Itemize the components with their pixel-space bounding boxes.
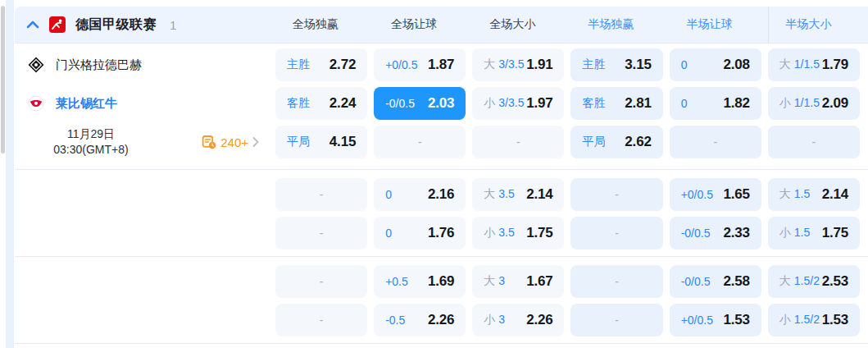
odds-value: 2.26 bbox=[428, 312, 454, 328]
odds-selection-label: 0 bbox=[385, 227, 392, 240]
match-time: 03:30(GMT+8) bbox=[15, 142, 167, 158]
league-panel: 德国甲级联赛 1 全场独赢 全场让球 全场大小 半场独赢 半场让球 半场大小 bbox=[15, 0, 868, 348]
odds-value: 1.87 bbox=[428, 57, 454, 73]
odds-cell-empty: - bbox=[275, 304, 367, 337]
odds-cell[interactable]: 大3.52.14 bbox=[472, 178, 564, 211]
odds-cell-selected[interactable]: -0/0.52.03 bbox=[374, 87, 466, 120]
odds-cell[interactable]: 主胜3.15 bbox=[570, 48, 662, 81]
empty-dash: - bbox=[615, 188, 619, 201]
odds-selection-label: 大1.5 bbox=[779, 187, 810, 202]
collapse-chevron-up-icon[interactable] bbox=[26, 21, 39, 29]
odds-cell[interactable]: 小3.51.75 bbox=[472, 217, 564, 250]
odds-cell[interactable]: +0/0.51.65 bbox=[670, 178, 761, 211]
odds-selection-label: 小3.5 bbox=[484, 226, 514, 240]
odds-cell[interactable]: 02.08 bbox=[670, 48, 761, 81]
divider bbox=[15, 343, 868, 344]
odds-selection-label: 平局 bbox=[582, 135, 605, 149]
odds-cell[interactable]: 客胜2.24 bbox=[275, 87, 367, 120]
odds-selection-label: 客胜 bbox=[287, 96, 310, 111]
odds-cell[interactable]: 小1.5/21.53 bbox=[768, 304, 860, 337]
column-header-ht-1x2: 半场独赢 bbox=[570, 7, 662, 43]
odds-value: 1.53 bbox=[822, 312, 848, 328]
empty-dash: - bbox=[418, 135, 422, 149]
odds-value: 2.24 bbox=[329, 95, 356, 112]
odds-value: 1.82 bbox=[724, 95, 750, 112]
odds-cell[interactable]: 客胜2.81 bbox=[570, 87, 662, 120]
odds-cell[interactable]: 大31.67 bbox=[472, 265, 564, 298]
empty-dash: - bbox=[615, 314, 619, 327]
odds-cell[interactable]: 01.82 bbox=[670, 87, 761, 120]
odds-line-prefix: 大 bbox=[484, 274, 495, 287]
odds-cell[interactable]: -0/0.52.33 bbox=[670, 217, 761, 250]
odds-value: 2.58 bbox=[724, 273, 750, 290]
moenchengladbach-badge-icon bbox=[28, 57, 44, 73]
odds-value: 1.91 bbox=[526, 57, 552, 73]
odds-cell[interactable]: 小32.26 bbox=[472, 304, 564, 337]
odds-cell[interactable]: 大1/1.51.79 bbox=[768, 48, 860, 81]
odds-cell[interactable]: 01.76 bbox=[374, 217, 466, 250]
more-markets-link[interactable]: 240+ bbox=[202, 135, 259, 149]
odds-cell[interactable]: 小1.51.75 bbox=[768, 217, 860, 250]
odds-line-prefix: 大 bbox=[484, 187, 495, 200]
empty-dash: - bbox=[516, 135, 520, 149]
league-name: 德国甲级联赛 bbox=[75, 16, 157, 34]
odds-line-prefix: 大 bbox=[484, 57, 495, 71]
odds-cell-empty: - bbox=[472, 126, 564, 158]
odds-value: 1.67 bbox=[526, 273, 552, 290]
odds-selection-label: 小1.5 bbox=[779, 226, 810, 240]
odds-cell[interactable]: 平局4.15 bbox=[275, 126, 367, 158]
empty-dash: - bbox=[615, 227, 619, 240]
empty-dash: - bbox=[812, 135, 816, 149]
odds-cell[interactable]: -0/0.52.58 bbox=[670, 265, 761, 298]
odds-value: 4.15 bbox=[329, 134, 356, 150]
leipzig-badge-icon bbox=[28, 95, 44, 112]
alt-lines-group-2: -+0.51.69大31.67--0/0.52.58大1.5/22.53 --0… bbox=[15, 257, 868, 343]
odds-cell[interactable]: 主胜2.72 bbox=[275, 48, 367, 81]
odds-cell[interactable]: +0/0.51.87 bbox=[374, 48, 466, 81]
markets-clock-icon bbox=[202, 135, 216, 149]
odds-cell[interactable]: 大3/3.51.91 bbox=[472, 48, 564, 81]
alt-lines-group-1: -02.16大3.52.14-+0/0.51.65大1.52.14 -01.76… bbox=[15, 170, 868, 256]
odds-selection-label: -0/0.5 bbox=[681, 275, 711, 288]
vertical-scrollbar-thumb[interactable] bbox=[1, 6, 5, 153]
empty-dash: - bbox=[615, 275, 619, 288]
odds-cell-empty: - bbox=[570, 304, 662, 337]
odds-cell[interactable]: 大1.5/22.53 bbox=[768, 265, 860, 298]
odds-cell-empty: - bbox=[275, 217, 367, 250]
odds-selection-label: +0.5 bbox=[385, 275, 408, 288]
empty-dash: - bbox=[713, 135, 717, 149]
odds-line-prefix: 大 bbox=[779, 57, 791, 71]
odds-selection-label: 大3.5 bbox=[484, 187, 514, 202]
odds-selection-label: 大3 bbox=[484, 274, 505, 289]
odds-cell[interactable]: +0.51.69 bbox=[374, 265, 466, 298]
column-header-ft-1x2: 全场独赢 bbox=[275, 7, 367, 43]
odds-cell[interactable]: 平局2.62 bbox=[570, 126, 662, 158]
odds-cell[interactable]: 大1.52.14 bbox=[768, 178, 860, 211]
odds-value: 2.53 bbox=[822, 273, 848, 290]
odds-selection-label: +0/0.5 bbox=[681, 314, 713, 327]
odds-selection-label: 主胜 bbox=[287, 57, 310, 72]
odds-value: 2.33 bbox=[724, 225, 750, 241]
home-team-name: 门兴格拉德巴赫 bbox=[56, 57, 142, 73]
match-date: 11月29日 bbox=[15, 126, 167, 142]
odds-value: 2.09 bbox=[822, 95, 848, 112]
odds-value: 1.75 bbox=[822, 225, 848, 241]
column-header-ft-overunder: 全场大小 bbox=[472, 7, 564, 43]
odds-cell-empty: - bbox=[768, 126, 860, 158]
odds-selection-label: 小3 bbox=[484, 313, 505, 327]
odds-selection-label: 小3/3.5 bbox=[484, 96, 524, 111]
odds-cell[interactable]: 小3/3.51.97 bbox=[472, 87, 564, 120]
empty-dash: - bbox=[320, 314, 324, 327]
odds-value: 2.62 bbox=[625, 134, 651, 150]
odds-selection-label: -0/0.5 bbox=[385, 97, 415, 110]
odds-cell[interactable]: +0/0.51.53 bbox=[670, 304, 761, 337]
odds-value: 2.08 bbox=[724, 57, 750, 73]
odds-board: 德国甲级联赛 1 全场独赢 全场让球 全场大小 半场独赢 半场让球 半场大小 bbox=[0, 0, 868, 348]
odds-cell[interactable]: 小1/1.52.09 bbox=[768, 87, 860, 120]
odds-value: 2.81 bbox=[625, 95, 651, 112]
odds-selection-label: 客胜 bbox=[582, 96, 605, 111]
match-meta-row: 11月29日 03:30(GMT+8) 240+ bbox=[15, 126, 868, 158]
odds-cell[interactable]: -0.52.26 bbox=[374, 304, 466, 337]
odds-cell[interactable]: 02.16 bbox=[374, 178, 466, 211]
bundesliga-logo-icon bbox=[49, 16, 66, 33]
